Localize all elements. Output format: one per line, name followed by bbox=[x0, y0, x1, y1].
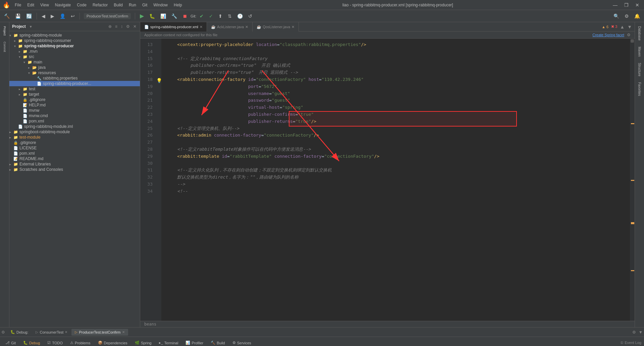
tree-item-springboot-rabbitmq-module[interactable]: ▸📁springboot-rabbitmq-module bbox=[9, 129, 140, 135]
menu-file[interactable]: File bbox=[12, 2, 24, 8]
git-revert-icon[interactable]: ↺ bbox=[246, 12, 254, 20]
producer-test-close[interactable]: ✕ bbox=[122, 330, 125, 334]
menu-build[interactable]: Build bbox=[111, 2, 125, 8]
menu-git[interactable]: Git bbox=[140, 2, 150, 8]
tree-item-LICENSE[interactable]: 📄LICENSE bbox=[9, 145, 140, 151]
spring-tool-button[interactable]: 🌿 Spring bbox=[132, 339, 154, 346]
git-tool-button[interactable]: ⎇ Git bbox=[3, 339, 18, 346]
tab-spring-xml[interactable]: 📄 spring-rabbitmq-producer.xml ✕ bbox=[140, 22, 207, 32]
tree-item-test-module[interactable]: ▸📁test-module bbox=[9, 135, 140, 140]
bottom-collapse-icon[interactable]: ▼ bbox=[639, 330, 643, 335]
structure-tab[interactable]: Structure bbox=[637, 60, 642, 79]
menu-window[interactable]: Window bbox=[151, 2, 170, 8]
tree-item-spring-rabbitmq-consumer[interactable]: ▸📁spring-rabbitmq-consumer bbox=[9, 38, 140, 43]
dependencies-tool-button[interactable]: 📦 Dependencies bbox=[95, 339, 130, 346]
menu-run[interactable]: Run bbox=[126, 2, 139, 8]
settings-icon[interactable]: ⚙ bbox=[623, 12, 631, 20]
project-dropdown[interactable]: ▼ bbox=[29, 25, 33, 29]
minimize-button[interactable]: — bbox=[611, 2, 620, 8]
toolbar-build-icon[interactable]: 🔨 bbox=[2, 12, 12, 20]
tree-item-test[interactable]: ▸📁test bbox=[9, 86, 140, 92]
tree-item-main[interactable]: ▾📁main bbox=[9, 59, 140, 65]
tree-item-pom.xml2[interactable]: 📄pom.xml bbox=[9, 151, 140, 156]
code-editor[interactable]: <context:property-placeholder location="… bbox=[161, 39, 630, 321]
tab-qos-close[interactable]: ✕ bbox=[291, 25, 294, 29]
collapse-icon[interactable]: ≡ bbox=[114, 23, 118, 30]
producer-test-tab[interactable]: ▷ ProducerTest.testConfirm ✕ bbox=[71, 329, 128, 336]
coverage-icon[interactable]: 📊 bbox=[158, 12, 168, 20]
settings-icon-panel[interactable]: ⚙ bbox=[125, 23, 130, 30]
notifications-icon[interactable]: 🔔 bbox=[632, 12, 642, 20]
breadcrumb-text[interactable]: ProducerTest.testConfirm bbox=[84, 13, 131, 19]
close-panel-icon[interactable]: ✕ bbox=[132, 23, 137, 30]
maximize-button[interactable]: ❐ bbox=[622, 2, 631, 8]
tree-item-External Libraries[interactable]: ▸📁External Libraries bbox=[9, 161, 140, 167]
tree-item-spring-rabbitmq-module[interactable]: ▾📁spring-rabbitmq-module bbox=[9, 33, 140, 38]
scroll-up-icon[interactable]: ▲ bbox=[620, 24, 625, 30]
toolbar-save-icon[interactable]: 💾 bbox=[13, 12, 23, 20]
database-tab[interactable]: Database bbox=[637, 23, 642, 43]
locate-icon[interactable]: ⊕ bbox=[108, 23, 112, 30]
tree-item-spring-rabbitmq-producer.xml[interactable]: 📄spring-rabbitmq-producer... bbox=[9, 81, 140, 86]
forward-button[interactable]: ▶ bbox=[49, 12, 56, 20]
scroll-indicators[interactable] bbox=[630, 39, 635, 321]
stop-button[interactable]: ⏹ bbox=[180, 12, 189, 20]
run-button[interactable]: ▶ bbox=[138, 11, 146, 20]
git-push-icon[interactable]: ⬆ bbox=[216, 12, 224, 20]
sidebar-project-tab[interactable]: Project bbox=[2, 23, 7, 38]
tree-item-rabbitmq.properties[interactable]: 🔧rabbitmq.properties bbox=[9, 76, 140, 81]
back-button[interactable]: ◀ bbox=[40, 12, 47, 20]
scroll-thumb[interactable] bbox=[631, 39, 634, 43]
toolbar-sync-icon[interactable]: 🔄 bbox=[24, 12, 34, 20]
menu-refactor[interactable]: Refactor bbox=[90, 2, 110, 8]
profile-run-icon[interactable]: 🔧 bbox=[169, 12, 179, 20]
git-history-icon[interactable]: 🕐 bbox=[235, 12, 245, 20]
consumer-test-close[interactable]: ✕ bbox=[65, 330, 67, 334]
tree-item-.gitignore2[interactable]: 🔒.gitignore bbox=[9, 140, 140, 145]
tab-xml-close[interactable]: ✕ bbox=[200, 25, 203, 29]
build-tool-button[interactable]: 🔨 Build bbox=[208, 339, 227, 346]
menu-edit[interactable]: Edit bbox=[24, 2, 37, 8]
tree-item-README.md[interactable]: 📝README.md bbox=[9, 156, 140, 161]
debug-settings-icon[interactable]: ⚙ bbox=[1, 330, 5, 335]
services-tool-button[interactable]: ⚙ Services bbox=[230, 339, 254, 346]
search-everywhere-icon[interactable]: 🔍 bbox=[611, 12, 621, 20]
git-update-icon[interactable]: ✔ bbox=[198, 12, 206, 20]
create-spring-facet-link[interactable]: Create Spring facet bbox=[592, 33, 624, 37]
debug-tab[interactable]: 🐛 Debug: bbox=[7, 329, 32, 336]
sidebar-commit-tab[interactable]: Commit bbox=[2, 39, 7, 55]
problems-tool-button[interactable]: ⚠ Problems bbox=[67, 339, 93, 346]
tree-item-spring-rabbitmq-module.iml[interactable]: 📄spring-rabbitmq-module.iml bbox=[9, 124, 140, 129]
scroll-down-icon[interactable]: ▼ bbox=[627, 24, 632, 30]
tab-ack-close[interactable]: ✕ bbox=[245, 25, 248, 29]
tree-item-resources[interactable]: ▾📂resources bbox=[9, 70, 140, 76]
tree-item-Scratches and Consoles[interactable]: ▸📁Scratches and Consoles bbox=[9, 167, 140, 172]
menu-code[interactable]: Code bbox=[74, 2, 89, 8]
consumer-test-tab[interactable]: ▷ ConsumerTest ✕ bbox=[32, 329, 71, 336]
git-commit-icon[interactable]: ✓ bbox=[207, 12, 215, 20]
tree-item-mvnw[interactable]: 📄mvnw bbox=[9, 108, 140, 113]
menu-navigate[interactable]: Navigate bbox=[52, 2, 73, 8]
event-log-link[interactable]: ① Event Log bbox=[620, 341, 641, 345]
profile-icon[interactable]: 👤 bbox=[58, 12, 67, 20]
tree-item-pom.xml[interactable]: 📄pom.xml bbox=[9, 118, 140, 124]
bottom-settings-right[interactable]: ⚙ bbox=[632, 330, 636, 335]
editor-content[interactable]: 13 14 15 16 17 18 19 20 21 22 23 24 25 2… bbox=[140, 39, 635, 321]
maven-tab[interactable]: Maven bbox=[637, 44, 642, 59]
tab-acklistener[interactable]: ☕ AckListener.java ✕ bbox=[207, 22, 253, 32]
tree-item-src[interactable]: ▾📁src bbox=[9, 54, 140, 59]
sort-icon[interactable]: ↕ bbox=[120, 23, 123, 30]
git-pull-icon[interactable]: ⇅ bbox=[226, 12, 234, 20]
menu-help[interactable]: Help bbox=[171, 2, 185, 8]
debug-tool-button[interactable]: 🐛 Debug bbox=[20, 339, 43, 346]
tree-item-target[interactable]: ▸📁target bbox=[9, 92, 140, 97]
menu-view[interactable]: View bbox=[38, 2, 52, 8]
undo-icon[interactable]: ↩ bbox=[69, 12, 77, 20]
debug-run-icon[interactable]: 🐛 bbox=[147, 12, 157, 20]
terminal-tool-button[interactable]: ▸_ Terminal bbox=[156, 339, 181, 346]
tree-item-.mvn[interactable]: ▸📁.mvn bbox=[9, 49, 140, 54]
profiler-tool-button[interactable]: 📊 Profiler bbox=[183, 339, 206, 346]
todo-tool-button[interactable]: ☑ TODO bbox=[45, 339, 65, 346]
tab-qoslistener[interactable]: ☕ QosListener.java ✕ bbox=[253, 22, 299, 32]
favorites-tab[interactable]: Favorites bbox=[637, 80, 642, 99]
